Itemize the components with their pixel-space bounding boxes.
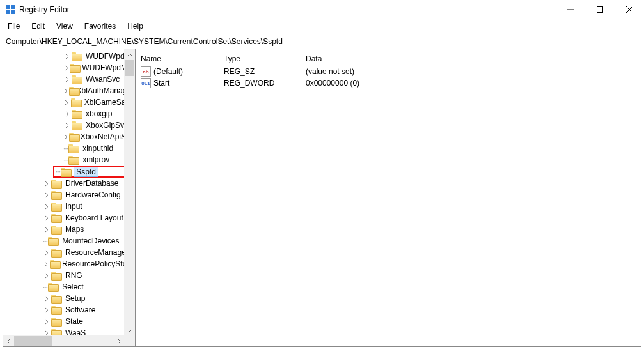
tree-node[interactable]: xboxgip [3,108,135,120]
expand-icon[interactable] [43,272,51,280]
highlighted-node[interactable]: ····Ssptd [53,166,135,178]
tree-node[interactable]: XboxGipSvc [3,120,135,131]
tree-node[interactable]: DriverDatabase [3,178,135,189]
tree-node[interactable]: RNG [3,270,135,281]
list-row[interactable]: ab(Default)REG_SZ(value not set) [136,66,641,77]
folder-icon [51,202,61,211]
folder-icon [51,294,61,303]
menu-view[interactable]: View [51,20,78,32]
tree-node[interactable]: ····xinputhid [3,143,135,154]
header-type[interactable]: Type [224,52,306,66]
value-icon: ab [141,66,151,77]
tree-node-label: Input [64,202,84,211]
list-header[interactable]: Name Type Data [136,52,641,66]
tree-node[interactable]: Setup [3,293,135,304]
svg-rect-1 [11,5,15,9]
folder-icon [51,271,61,280]
horizontal-scrollbar[interactable] [3,335,135,346]
tree-node[interactable]: XblGameSave [3,96,135,108]
folder-icon [72,121,82,130]
address-bar[interactable]: Computer\HKEY_LOCAL_MACHINE\SYSTEM\Curre… [3,35,641,47]
list-row[interactable]: 011StartREG_DWORD0x00000000 (0) [136,77,641,89]
expand-icon[interactable] [43,318,51,326]
tree-node[interactable]: ····MountedDevices [3,235,135,247]
expand-icon[interactable] [43,306,51,314]
expand-icon[interactable] [63,133,69,141]
tree-node-label: Ssptd [74,167,98,177]
tree-node-label: ResourceManager [64,248,130,257]
menu-help[interactable]: Help [122,20,148,32]
tree-node-label: Keyboard Layout [64,213,125,222]
value-data: 0x00000000 (0) [306,79,641,88]
value-type: REG_SZ [224,67,306,76]
tree-node[interactable]: XblAuthManager [3,85,135,96]
expand-icon[interactable] [43,203,51,211]
tree-node[interactable]: Software [3,304,135,316]
tree-node[interactable]: State [3,316,135,327]
scroll-thumb-h[interactable] [14,336,52,346]
window-title: Registry Editor [19,5,556,14]
tree-node[interactable]: WwanSvc [3,73,135,85]
expand-icon[interactable] [63,75,72,84]
menu-bar: File Edit View Favorites Help [0,19,644,35]
folder-icon [68,144,79,153]
expand-icon[interactable] [63,121,72,130]
folder-icon [61,167,71,176]
tree-node[interactable]: XboxNetApiSvc [3,131,135,143]
expand-icon[interactable] [43,260,50,268]
tree-connector: ···· [63,157,68,164]
tree-node[interactable]: HardwareConfig [3,189,135,201]
tree-connector: ···· [43,238,47,245]
folder-icon [51,317,61,326]
tree-node-label: Setup [64,294,86,303]
tree-node[interactable]: WUDFWpdMtp [3,62,135,73]
folder-icon [68,155,79,164]
minimize-button[interactable] [556,0,585,19]
tree-node[interactable]: ResourcePolicyStore [3,258,135,270]
tree-node[interactable]: ResourceManager [3,247,135,258]
tree-node-label: RNG [64,271,84,280]
svg-rect-3 [11,10,15,14]
header-data[interactable]: Data [306,52,641,66]
expand-icon[interactable] [43,226,51,234]
tree-node[interactable]: WUDFWpdFs [3,50,135,62]
tree-node[interactable]: Maps [3,224,135,235]
tree-node[interactable]: Keyboard Layout [3,212,135,224]
expand-icon[interactable] [43,214,51,222]
maximize-button[interactable] [585,0,615,19]
expand-icon[interactable] [43,191,51,199]
scroll-thumb[interactable] [125,60,134,76]
scroll-up-icon[interactable] [124,49,135,60]
scroll-left-icon[interactable] [3,335,14,346]
vertical-scrollbar[interactable] [124,49,135,335]
tree-node[interactable]: ····Select [3,281,135,293]
expand-icon[interactable] [63,64,70,72]
expand-icon[interactable] [63,52,72,61]
value-data: (value not set) [306,67,641,76]
tree-node-label: XboxGipSvc [84,121,129,130]
expand-icon[interactable] [43,295,51,303]
folder-icon [51,225,61,234]
menu-edit[interactable]: Edit [26,20,50,32]
value-name: (Default) [153,67,183,76]
folder-icon [51,190,61,199]
menu-favorites[interactable]: Favorites [79,20,121,32]
expand-icon[interactable] [43,249,51,257]
title-bar: Registry Editor [0,0,644,19]
app-icon [5,4,15,15]
tree-node[interactable]: Input [3,201,135,212]
header-name[interactable]: Name [141,52,224,66]
folder-icon [51,179,61,188]
expand-icon[interactable] [43,180,51,188]
value-icon: 011 [141,78,151,88]
value-name: Start [153,79,169,88]
menu-file[interactable]: File [3,20,25,32]
scroll-right-icon[interactable] [113,335,124,346]
tree-node[interactable]: ····xmlprov [3,154,135,166]
expand-icon[interactable] [63,110,72,118]
tree-node-label: DriverDatabase [64,179,120,188]
expand-icon[interactable] [63,87,69,95]
scroll-down-icon[interactable] [124,325,135,335]
expand-icon[interactable] [63,98,71,107]
close-button[interactable] [615,0,644,19]
